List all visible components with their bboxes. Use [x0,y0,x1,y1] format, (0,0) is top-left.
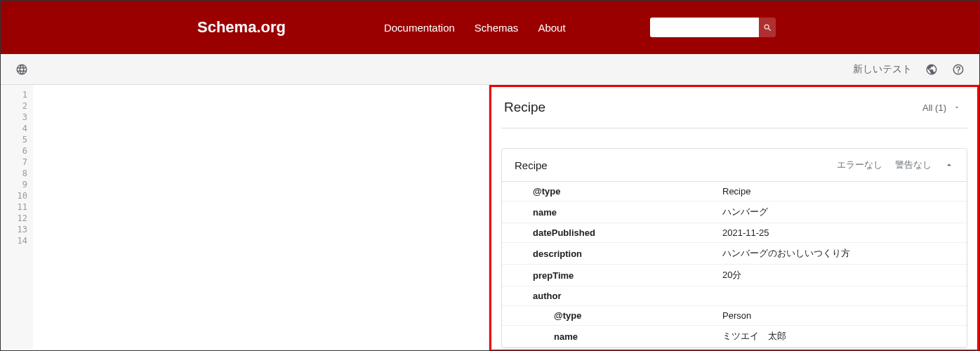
globe-icon[interactable] [15,62,29,77]
card-title: Recipe [515,159,548,171]
filter-label: All (1) [922,102,946,113]
prop-key: datePublished [502,223,713,243]
prop-value: 2021-11-25 [713,223,967,243]
card-header[interactable]: Recipe エラーなし 警告なし [502,149,967,182]
table-row: @typeRecipe [502,182,967,201]
table-row: prepTime20分 [502,265,967,286]
prop-key: description [502,243,713,265]
no-errors-label: エラーなし [837,159,882,171]
prop-value: ハンバーグのおいしいつくり方 [713,243,967,265]
prop-value [713,286,967,306]
result-panel: Recipe All (1) Recipe エラーなし 警告なし @typeRe… [489,85,979,351]
result-filter-dropdown[interactable]: All (1) [922,102,960,113]
table-row: nameミツエイ 太郎 [502,326,967,347]
language-icon[interactable] [925,62,939,77]
site-logo[interactable]: Schema.org [197,18,286,37]
main-nav: Documentation Schemas About [384,22,566,34]
result-card: Recipe エラーなし 警告なし @typeRecipenameハンバーグda… [501,148,967,348]
prop-key: author [502,286,713,306]
line-gutter: 1234567891011121314 [1,85,33,351]
nav-about[interactable]: About [538,22,565,34]
prop-value: Person [713,306,967,326]
table-row: datePublished2021-11-25 [502,223,967,243]
prop-key: @type [502,182,713,201]
table-row: nameハンバーグ [502,201,967,223]
search-button[interactable] [759,18,776,37]
result-header: Recipe All (1) [501,94,967,128]
table-row: descriptionハンバーグのおいしいつくり方 [502,243,967,265]
code-area[interactable]: <span class="attr">type=</span><span cla… [33,85,489,351]
card-status: エラーなし 警告なし [837,159,954,171]
code-panel: 1234567891011121314 <span class="attr">t… [1,85,489,351]
table-row: @typePerson [502,306,967,326]
no-warnings-label: 警告なし [895,159,932,171]
collapse-icon[interactable] [944,160,954,170]
prop-value: Recipe [713,182,967,201]
prop-value: ハンバーグ [713,201,967,223]
prop-key: prepTime [502,265,713,286]
table-row: author [502,286,967,306]
property-table: @typeRecipenameハンバーグdatePublished2021-11… [502,182,967,347]
prop-key: name [502,201,713,223]
new-test-link[interactable]: 新しいテスト [853,63,912,76]
toolbar: 新しいテスト [1,54,979,85]
search-wrap [650,18,776,37]
chevron-down-icon [953,104,960,111]
search-input[interactable] [650,18,759,37]
main-content: 1234567891011121314 <span class="attr">t… [1,85,979,351]
search-icon [763,23,772,32]
help-icon[interactable] [951,62,965,77]
result-title: Recipe [504,100,545,115]
prop-value: 20分 [713,265,967,286]
prop-value: ミツエイ 太郎 [713,326,967,347]
site-header: Schema.org Documentation Schemas About [1,1,979,54]
prop-key: name [502,326,713,347]
nav-documentation[interactable]: Documentation [384,22,455,34]
prop-key: @type [502,306,713,326]
nav-schemas[interactable]: Schemas [475,22,519,34]
